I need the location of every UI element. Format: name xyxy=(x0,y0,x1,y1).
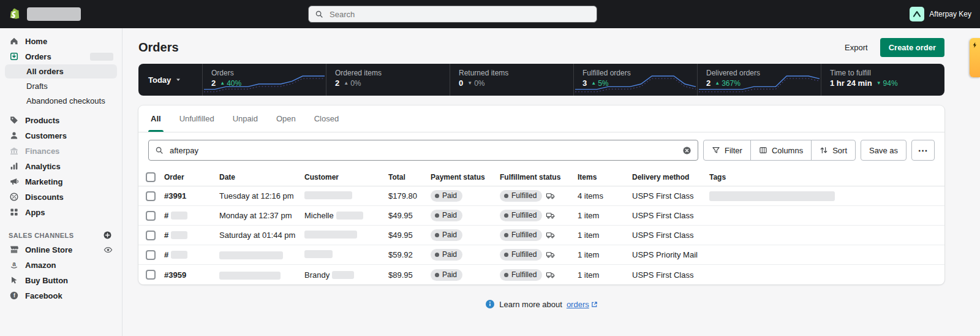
filter-button[interactable]: Filter xyxy=(703,140,751,161)
sidebar-item-label: Home xyxy=(25,37,47,46)
sidebar-item-amazon[interactable]: aAmazon xyxy=(5,258,117,272)
order-number[interactable]: #3991 xyxy=(164,191,219,200)
create-order-button[interactable]: Create order xyxy=(880,38,944,57)
metric-fulfilled-orders[interactable]: Fulfilled orders3▲5% xyxy=(573,64,697,96)
customer-name xyxy=(304,250,388,260)
select-all-checkbox[interactable] xyxy=(146,172,156,182)
orders-help-link[interactable]: orders xyxy=(567,300,598,309)
sidebar-item-finances[interactable]: Finances xyxy=(5,143,117,158)
row-checkbox[interactable] xyxy=(146,270,156,280)
row-checkbox[interactable] xyxy=(146,250,156,260)
lightning-bolt-icon xyxy=(971,42,978,48)
truck-icon xyxy=(546,211,555,220)
table-row[interactable]: #3991Tuesday at 12:16 pm$179.80PaidFulfi… xyxy=(138,186,944,206)
tab-open[interactable]: Open xyxy=(276,105,296,132)
afterpay-icon xyxy=(910,7,924,21)
orders-search-box[interactable] xyxy=(148,140,698,161)
columns-button[interactable]: Columns xyxy=(750,140,812,161)
customer-name: Michelle xyxy=(304,211,388,220)
save-as-button[interactable]: Save as xyxy=(861,140,907,161)
row-checkbox[interactable] xyxy=(146,191,156,201)
arrow-down-icon: ▼ xyxy=(876,81,881,86)
metric-value: 3 xyxy=(582,78,587,88)
metric-delta: ▲0% xyxy=(344,79,361,88)
sidebar-item-drafts[interactable]: Drafts xyxy=(5,79,117,93)
metric-time-to-fulfill[interactable]: Time to fulfill1 hr 24 min▼94% xyxy=(821,64,944,96)
orders-help-link-label: orders xyxy=(567,300,589,309)
sort-button[interactable]: Sort xyxy=(811,140,856,161)
info-icon xyxy=(485,299,495,309)
order-number[interactable]: # xyxy=(164,250,219,259)
sidebar-item-products[interactable]: Products xyxy=(5,113,117,128)
sidebar-item-discounts[interactable]: Discounts xyxy=(5,189,117,204)
order-number[interactable]: #3959 xyxy=(164,270,219,280)
metric-delivered-orders[interactable]: Delivered orders2▲367% xyxy=(697,64,821,96)
export-button[interactable]: Export xyxy=(839,39,874,56)
status-dot-icon xyxy=(435,194,439,198)
global-search-input[interactable] xyxy=(308,6,597,23)
column-header-total: Total xyxy=(388,173,431,181)
order-number[interactable]: # xyxy=(164,231,219,240)
redacted-text xyxy=(171,231,187,239)
sidebar-item-online-store[interactable]: Online Store xyxy=(5,242,117,257)
table-row[interactable]: #Monday at 12:37 pmMichelle$49.95PaidFul… xyxy=(138,206,944,226)
row-checkbox[interactable] xyxy=(146,211,156,221)
redacted-text xyxy=(304,231,357,239)
date-range-selector[interactable]: Today xyxy=(138,64,202,96)
more-actions-button[interactable]: ⋯ xyxy=(911,140,935,161)
tab-unpaid[interactable]: Unpaid xyxy=(233,105,258,132)
order-number[interactable]: # xyxy=(164,211,219,220)
payment-status-badge: Paid xyxy=(431,190,462,202)
tab-unfulfilled[interactable]: Unfulfilled xyxy=(179,105,214,132)
sidebar-item-marketing[interactable]: Marketing xyxy=(5,174,117,189)
metric-ordered-items[interactable]: Ordered items2▲0% xyxy=(326,64,450,96)
sidebar-item-abandoned-checkouts[interactable]: Abandoned checkouts xyxy=(5,94,117,108)
status-dot-icon xyxy=(435,213,439,218)
metric-value: 2 xyxy=(706,78,710,88)
sidebar-item-apps[interactable]: Apps xyxy=(5,205,117,220)
metric-delta: ▼94% xyxy=(876,79,898,88)
sidebar-item-label: Marketing xyxy=(25,177,62,186)
metric-returned-items[interactable]: Returned items0▼0% xyxy=(450,64,573,96)
svg-text:a: a xyxy=(12,261,16,267)
afterpay-key-button[interactable]: Afterpay Key xyxy=(910,7,971,21)
clear-icon xyxy=(682,146,692,155)
sidebar-item-customers[interactable]: Customers xyxy=(5,128,117,143)
sidebar: HomeOrdersAll ordersDraftsAbandoned chec… xyxy=(0,28,123,336)
sidebar-item-home[interactable]: Home xyxy=(5,34,117,48)
delivery-method: USPS Priority Mail xyxy=(632,250,709,259)
status-dot-icon xyxy=(504,273,508,277)
table-row[interactable]: #Saturday at 01:44 pm$49.95PaidFulfilled… xyxy=(138,226,944,245)
clear-search-button[interactable] xyxy=(682,146,692,155)
sidebar-item-analytics[interactable]: Analytics xyxy=(5,159,117,174)
tab-label: All xyxy=(151,114,161,123)
row-checkbox[interactable] xyxy=(146,231,156,240)
funnel-icon xyxy=(712,146,720,155)
truck-icon xyxy=(546,191,555,200)
arrow-up-icon: ▲ xyxy=(715,81,720,86)
redacted-text xyxy=(304,250,333,258)
tab-all[interactable]: All xyxy=(151,105,161,132)
sidebar-subitem-label: All orders xyxy=(26,67,64,76)
order-total: $89.95 xyxy=(388,270,431,280)
tab-label: Open xyxy=(276,114,296,123)
tab-closed[interactable]: Closed xyxy=(314,105,339,132)
delivery-method: USPS First Class xyxy=(632,191,709,200)
sidebar-item-all-orders[interactable]: All orders xyxy=(5,64,117,78)
orders-search-input[interactable] xyxy=(168,145,677,156)
app-shortcut-tab[interactable] xyxy=(970,38,980,77)
plus-circle-icon[interactable] xyxy=(103,231,112,240)
sidebar-item-buy-button[interactable]: Buy Button xyxy=(5,273,117,288)
sidebar-item-label: Discounts xyxy=(25,193,64,202)
metric-orders[interactable]: Orders2▲40% xyxy=(202,64,326,96)
shopify-logo-icon[interactable] xyxy=(9,7,22,21)
order-total: $49.95 xyxy=(388,231,431,240)
table-row[interactable]: #$59.92PaidFulfilled1 itemUSPS Priority … xyxy=(138,245,944,265)
redacted-text xyxy=(171,251,187,259)
table-row[interactable]: #3959Brandy$89.95PaidFulfilled1 itemUSPS… xyxy=(138,265,944,284)
sidebar-item-orders[interactable]: Orders xyxy=(5,49,117,64)
global-search-field[interactable] xyxy=(328,9,590,20)
customer-name xyxy=(304,191,388,201)
sidebar-item-facebook[interactable]: fFacebook xyxy=(5,288,117,303)
filter-row: Filter Columns Sort Save as ⋯ xyxy=(138,132,944,168)
